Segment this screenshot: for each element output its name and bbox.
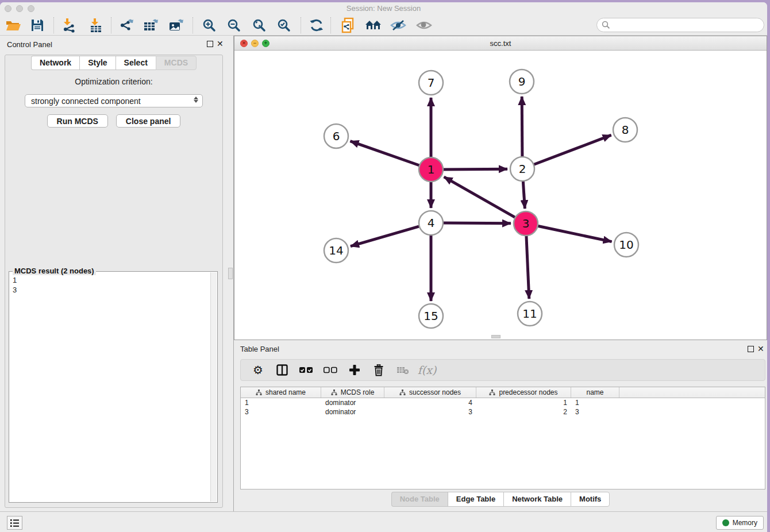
result-scrollbar[interactable] <box>210 272 217 502</box>
mcds-panel-body: Optimization criterion: strongly connect… <box>5 55 223 508</box>
vertical-splitter-handle[interactable] <box>228 268 233 279</box>
eye-icon <box>416 19 432 32</box>
dropdown-selected-value: strongly connected component <box>31 97 141 106</box>
cell-mcds-role[interactable]: dominator <box>321 407 384 417</box>
table-tabs: Node Table Edge Table Network Table Moti… <box>234 492 767 507</box>
tab-network[interactable]: Network <box>31 56 79 70</box>
graph-edge-3-11[interactable] <box>526 236 529 299</box>
mcds-buttons: Run MCDS Close panel <box>5 114 222 128</box>
delete-table-button[interactable] <box>395 362 411 378</box>
tab-select[interactable]: Select <box>116 56 156 70</box>
zoom-fit-button[interactable] <box>249 16 270 35</box>
graph-edge-4-14[interactable] <box>351 226 419 246</box>
table-row[interactable]: 3 dominator 3 2 3 <box>241 407 765 417</box>
network-window-title: scc.txt <box>234 39 767 48</box>
run-mcds-button[interactable]: Run MCDS <box>47 114 108 128</box>
import-table-button[interactable] <box>86 16 106 35</box>
column-header-name[interactable]: name <box>571 387 619 398</box>
graph-node-label-15: 15 <box>424 309 438 323</box>
export-image-button[interactable] <box>166 16 187 35</box>
graph-edge-3-1[interactable] <box>444 177 515 218</box>
refresh-icon <box>309 18 324 32</box>
cell-predecessor-nodes[interactable]: 1 <box>476 398 571 407</box>
cell-successor-nodes[interactable]: 3 <box>384 407 476 417</box>
memory-button[interactable]: Memory <box>716 516 764 530</box>
hide-selected-button[interactable] <box>388 16 409 35</box>
column-header-mcds-role[interactable]: MCDS role <box>321 387 384 398</box>
table-panel: Table Panel ✕ ⚙ <box>234 340 767 511</box>
apply-function-button[interactable]: f(x) <box>419 362 435 378</box>
cell-name[interactable]: 1 <box>571 398 619 407</box>
zoom-in-button[interactable] <box>199 16 220 35</box>
houses-icon <box>365 19 382 32</box>
import-network-button[interactable] <box>58 16 79 35</box>
tab-motifs[interactable]: Motifs <box>571 492 610 507</box>
tab-node-table[interactable]: Node Table <box>391 492 448 507</box>
network-canvas[interactable]: 7968124314101511 <box>234 51 767 338</box>
cell-name[interactable]: 3 <box>571 407 619 417</box>
tab-network-table[interactable]: Network Table <box>503 492 571 507</box>
refresh-button[interactable] <box>306 16 327 35</box>
float-table-panel-icon[interactable] <box>748 346 754 352</box>
table-panel-header: Table Panel ✕ <box>234 340 767 356</box>
task-history-button[interactable] <box>7 516 22 530</box>
cell-mcds-role[interactable]: dominator <box>321 398 384 407</box>
export-network-button[interactable] <box>116 16 137 35</box>
graph-edge-1-6[interactable] <box>351 141 420 165</box>
graph-edge-3-10[interactable] <box>538 226 612 241</box>
duplicate-network-button[interactable] <box>338 16 359 35</box>
memory-status-icon <box>722 519 729 526</box>
optimization-criterion-dropdown[interactable]: strongly connected component <box>25 94 203 107</box>
graph-node-label-8: 8 <box>622 123 629 137</box>
column-header-successor-nodes[interactable]: successor nodes <box>384 387 476 398</box>
close-table-panel-icon[interactable]: ✕ <box>757 344 764 353</box>
zoom-out-button[interactable] <box>224 16 244 35</box>
table-toolbar: ⚙ <box>240 359 765 381</box>
close-panel-button[interactable]: Close panel <box>116 114 181 128</box>
save-session-button[interactable] <box>27 16 48 35</box>
optimization-criterion-label: Optimization criterion: <box>5 77 222 86</box>
cell-shared-name[interactable]: 3 <box>241 407 321 417</box>
network-view-window: ✕ − + scc.txt 7968124314101511 <box>234 36 767 340</box>
graph-node-label-7: 7 <box>428 76 435 90</box>
table-settings-button[interactable]: ⚙ <box>250 362 266 378</box>
close-panel-icon[interactable]: ✕ <box>217 39 224 48</box>
export-table-button[interactable] <box>141 16 161 35</box>
export-image-icon <box>168 18 184 33</box>
memory-label: Memory <box>733 519 757 527</box>
network-graph: 7968124314101511 <box>234 51 767 338</box>
plus-icon <box>349 364 360 376</box>
tab-edge-table[interactable]: Edge Table <box>448 492 503 507</box>
delete-column-button[interactable] <box>371 362 387 378</box>
add-column-button[interactable] <box>346 362 363 378</box>
graph-node-label-14: 14 <box>329 244 343 257</box>
tab-style[interactable]: Style <box>79 56 115 70</box>
first-neighbors-button[interactable] <box>363 16 384 35</box>
cell-predecessor-nodes[interactable]: 2 <box>476 407 571 417</box>
show-all-button[interactable] <box>414 16 434 35</box>
graph-edge-4-3[interactable] <box>443 223 511 223</box>
cell-successor-nodes[interactable]: 4 <box>384 398 476 407</box>
horizontal-splitter-handle[interactable] <box>491 335 500 338</box>
cell-shared-name[interactable]: 1 <box>241 398 321 407</box>
split-columns-button[interactable] <box>274 362 290 378</box>
tab-mcds[interactable]: MCDS <box>156 56 197 70</box>
mcds-result-text[interactable]: 1 3 <box>10 273 210 501</box>
deselect-all-rows-button[interactable] <box>322 362 338 378</box>
zoom-selected-button[interactable] <box>274 16 294 35</box>
open-session-button[interactable] <box>3 16 24 35</box>
graph-edge-2-9[interactable] <box>522 97 522 157</box>
hierarchy-icon <box>256 390 262 396</box>
graph-edge-2-8[interactable] <box>534 135 611 164</box>
table-row[interactable]: 1 dominator 4 1 1 <box>241 398 765 407</box>
search-input[interactable] <box>596 18 764 32</box>
float-panel-icon[interactable] <box>207 41 213 47</box>
select-all-rows-button[interactable] <box>298 362 314 378</box>
vertical-splitter[interactable] <box>228 36 234 511</box>
column-header-predecessor-nodes[interactable]: predecessor nodes <box>476 387 571 398</box>
hierarchy-icon <box>399 390 406 396</box>
graph-node-label-10: 10 <box>619 238 633 252</box>
graph-edge-1-2[interactable] <box>443 169 507 169</box>
column-header-shared-name[interactable]: shared name <box>241 387 321 398</box>
graph-edge-2-3[interactable] <box>523 181 525 209</box>
